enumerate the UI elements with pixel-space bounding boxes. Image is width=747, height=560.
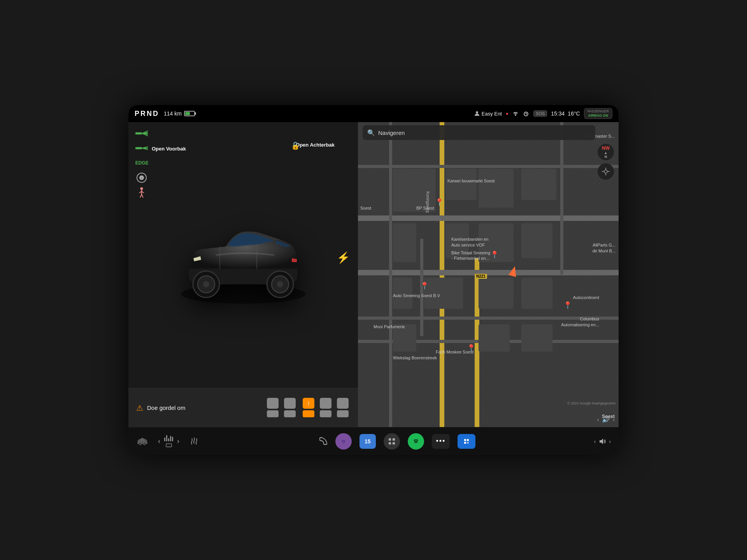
svg-rect-36 (284, 398, 296, 409)
block-14 (479, 324, 510, 352)
taskbar-car-button[interactable] (136, 437, 149, 446)
phone-button[interactable] (318, 437, 328, 446)
left-status-icons: EDGE ! (135, 128, 149, 198)
map-pin-bp[interactable]: 📍 (435, 198, 444, 206)
prnd-display: PRND (135, 110, 159, 118)
block-3 (445, 169, 477, 200)
eq-display (164, 435, 173, 447)
warning-text-area: ⚠ Doe gordel om (136, 403, 258, 413)
tire-pressure-icon: ! (135, 173, 149, 183)
map-pin-karels[interactable]: 📍 (490, 250, 499, 259)
spotify-button[interactable] (408, 433, 424, 450)
map-copyright: © 2024 Google Kaartgegevens (567, 401, 615, 405)
apps-button[interactable] (384, 433, 400, 450)
lock-icon[interactable]: 🔓 (291, 142, 300, 150)
block-11 (479, 278, 514, 309)
charge-icon: ⚡ (337, 251, 350, 264)
profile-wrap: Easy Ent (474, 110, 502, 117)
map-label-karwei: Karwei bouwmarkt Soest (447, 178, 495, 183)
range-text: 114 km (164, 110, 182, 117)
open-achterbak-label[interactable]: Open Achterbak (296, 142, 335, 149)
svg-line-23 (140, 194, 142, 198)
road-v-right (560, 122, 563, 275)
compass-nw: NW (602, 145, 610, 151)
svg-line-24 (142, 194, 143, 198)
block-12 (521, 278, 552, 309)
map-pin-fatih[interactable]: 📍 (467, 344, 475, 352)
eq-bars (164, 435, 173, 441)
map-label-autocontinent: Autocontinent (573, 295, 599, 300)
airbag-line1: PASSENGER (587, 109, 609, 114)
more-apps-button[interactable]: ••• (432, 434, 450, 449)
svg-rect-35 (267, 410, 279, 417)
svg-point-50 (139, 443, 141, 445)
search-icon: 🔍 (367, 129, 375, 136)
eq-bar-3 (168, 438, 169, 441)
seat-rear-center (318, 397, 333, 419)
svg-rect-34 (267, 398, 279, 409)
alarm-icon (523, 111, 530, 116)
status-left: PRND 114 km (135, 110, 195, 118)
svg-rect-64 (463, 438, 470, 445)
svg-rect-44 (337, 410, 349, 417)
map-label-karels-1: Karelsenbanden en (451, 237, 488, 242)
status-bar: PRND 114 km Easy Ent ● (128, 105, 619, 122)
map-search-bar[interactable]: 🔍 Navigeren (363, 125, 595, 140)
map-pin-auto[interactable]: 📍 (420, 282, 429, 290)
block-2 (393, 223, 416, 262)
road-label-koningsweg: Koningsweg (426, 191, 430, 212)
map-label-columbus-1: Columbus (580, 317, 599, 321)
airbag-badge: PASSENGER AIRBAG ON (584, 108, 612, 119)
road-h-main (358, 215, 619, 221)
svg-rect-52 (166, 444, 172, 447)
airbag-line2: AIRBAG ON (588, 114, 608, 118)
svg-rect-5 (135, 132, 142, 135)
map-next-arrow[interactable]: › (613, 416, 615, 423)
block-7 (521, 169, 556, 200)
map-pin-autocontinent[interactable]: 📍 (563, 301, 572, 310)
compass-n-label: N (605, 155, 607, 159)
screen-icon (166, 443, 172, 447)
open-voorbak-label[interactable]: Open Voorbak (152, 145, 186, 152)
seat-rear-right (335, 397, 350, 419)
map-location-button[interactable] (598, 163, 614, 180)
headlight-icon-2 (135, 143, 149, 153)
svg-rect-67 (464, 442, 466, 444)
map-label-soest-left: Soest (358, 206, 371, 210)
map-label-mooi: Mooi Parfumerie (374, 324, 405, 329)
profile-icon (474, 110, 480, 117)
map-label-allparts-1: AllParts G... (593, 243, 615, 247)
taskbar-prev-btn[interactable]: ‹ (594, 438, 596, 444)
climate-button[interactable] (189, 436, 200, 447)
seat-front-left (265, 397, 280, 419)
svg-point-1 (515, 115, 516, 116)
map-label-bike-1: Bike Totaal Smeeing (451, 250, 490, 255)
map-label-columbus-2: Automatisering en... (561, 322, 599, 327)
taskbar-next-btn[interactable]: › (609, 438, 611, 444)
media-button[interactable] (335, 433, 352, 450)
apps-grid-icon (388, 438, 395, 445)
map-label-wiekslag: Wiekslag Boerenstreek (393, 355, 437, 360)
blue-app-button[interactable] (458, 434, 475, 449)
taskbar-center: 15 (318, 433, 475, 450)
compass[interactable]: NW ▲ N (598, 144, 614, 160)
media-next-button[interactable]: › (177, 437, 179, 445)
map-label-bike-2: - Fietsenwinkel en... (451, 256, 489, 261)
location-icon (602, 168, 610, 175)
volume-icon[interactable]: 🔊 (602, 416, 610, 423)
media-prev-button[interactable]: ‹ (158, 437, 160, 445)
seat-rear-left-alert: ! (301, 397, 316, 419)
wifi-icon (512, 111, 519, 116)
speaker-icon (598, 437, 607, 446)
svg-line-4 (526, 114, 527, 114)
map-prev-arrow[interactable]: ‹ (597, 416, 599, 423)
svg-rect-39 (303, 410, 314, 417)
taskbar: ‹ (128, 427, 619, 455)
svg-point-58 (343, 441, 344, 442)
volume-button[interactable] (598, 437, 607, 446)
calendar-number: 15 (365, 438, 371, 444)
sos-badge[interactable]: SOS (533, 110, 547, 117)
svg-rect-61 (389, 442, 391, 444)
calendar-button[interactable]: 15 (359, 434, 376, 449)
svg-rect-43 (337, 398, 349, 409)
